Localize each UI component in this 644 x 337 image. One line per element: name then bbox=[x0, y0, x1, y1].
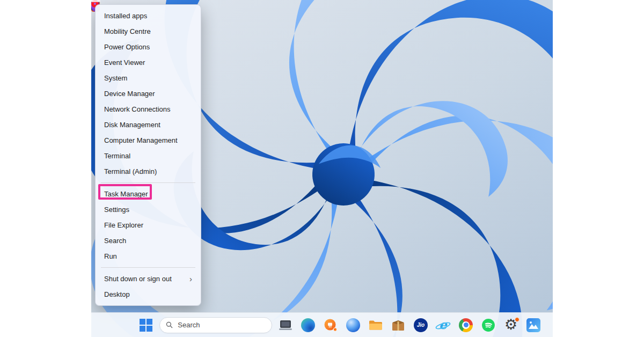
menu-item-task-manager[interactable]: Task Manager bbox=[96, 186, 201, 202]
notification-badge bbox=[515, 317, 519, 322]
menu-item-label: Computer Management bbox=[104, 136, 178, 144]
menu-item-event-viewer[interactable]: Event Viewer bbox=[96, 55, 201, 70]
menu-item-search[interactable]: Search bbox=[96, 233, 201, 248]
internet-explorer-icon: e bbox=[436, 318, 450, 332]
menu-item-label: Shut down or sign out bbox=[104, 275, 172, 283]
menu-item-mobility-centre[interactable]: Mobility Centre bbox=[96, 24, 201, 39]
taskbar-icon-settings[interactable]: ⚙ bbox=[502, 316, 520, 334]
menu-item-file-explorer[interactable]: File Explorer bbox=[96, 217, 201, 233]
menu-item-label: Terminal bbox=[104, 152, 130, 160]
taskbar: Jio e ⚙ bbox=[91, 312, 553, 337]
menu-item-computer-management[interactable]: Computer Management bbox=[96, 133, 201, 148]
menu-item-power-options[interactable]: Power Options bbox=[96, 39, 201, 55]
menu-item-desktop[interactable]: Desktop bbox=[96, 287, 201, 302]
taskbar-icon-jio[interactable]: Jio bbox=[412, 316, 430, 334]
taskbar-icon-spotify[interactable] bbox=[479, 316, 497, 334]
jio-icon: Jio bbox=[414, 318, 428, 332]
menu-item-device-manager[interactable]: Device Manager bbox=[96, 86, 201, 101]
menu-item-settings[interactable]: Settings bbox=[96, 202, 201, 217]
menu-item-terminal[interactable]: Terminal bbox=[96, 148, 201, 164]
taskbar-icon-blue-sphere[interactable] bbox=[344, 316, 362, 334]
taskbar-icon-internet-explorer[interactable]: e bbox=[434, 316, 452, 334]
menu-item-terminal-admin[interactable]: Terminal (Admin) bbox=[96, 164, 201, 179]
menu-item-label: Run bbox=[104, 252, 117, 260]
desktop[interactable]: Installed appsMobility CentrePower Optio… bbox=[91, 0, 553, 337]
edge-icon bbox=[301, 318, 315, 332]
menu-item-label: Installed apps bbox=[104, 12, 147, 20]
taskbar-icon-photos[interactable] bbox=[524, 316, 543, 334]
taskbar-center-group: Jio e ⚙ bbox=[91, 316, 553, 334]
menu-item-label: Desktop bbox=[104, 290, 130, 298]
menu-item-label: Disk Management bbox=[104, 121, 160, 129]
menu-item-label: Event Viewer bbox=[104, 58, 145, 67]
menu-item-installed-apps[interactable]: Installed apps bbox=[96, 8, 201, 24]
menu-item-label: Terminal (Admin) bbox=[104, 167, 157, 175]
taskbar-icon-app-window[interactable] bbox=[276, 316, 295, 334]
taskbar-icon-edge[interactable] bbox=[299, 316, 317, 334]
menu-item-label: Network Connections bbox=[104, 105, 171, 113]
taskbar-icon-file-explorer[interactable] bbox=[367, 316, 385, 334]
chrome-icon bbox=[459, 318, 473, 332]
jio-icon-text: Jio bbox=[417, 322, 425, 328]
start-button[interactable] bbox=[137, 316, 155, 334]
spotify-icon bbox=[481, 318, 495, 332]
menu-item-disk-management[interactable]: Disk Management bbox=[96, 117, 201, 133]
blue-sphere-icon bbox=[346, 318, 360, 332]
file-explorer-folder-icon bbox=[369, 319, 383, 331]
menu-item-run[interactable]: Run bbox=[96, 248, 201, 264]
taskbar-icon-chrome[interactable] bbox=[457, 316, 475, 334]
search-icon bbox=[166, 321, 173, 329]
package-box-icon bbox=[391, 319, 405, 332]
menu-item-system[interactable]: System bbox=[96, 70, 201, 86]
windows-logo-icon bbox=[140, 319, 152, 332]
menu-separator bbox=[101, 267, 195, 268]
menu-item-label: Power Options bbox=[104, 43, 150, 51]
search-input[interactable] bbox=[177, 320, 266, 329]
winx-menu-items: Installed appsMobility CentrePower Optio… bbox=[96, 8, 201, 302]
menu-item-label: Settings bbox=[104, 206, 129, 214]
winx-quick-link-menu: Installed appsMobility CentrePower Optio… bbox=[95, 4, 201, 306]
menu-item-label: System bbox=[104, 74, 127, 82]
taskbar-icon-orange-plug[interactable] bbox=[321, 316, 340, 334]
taskbar-icon-package-box[interactable] bbox=[389, 316, 407, 334]
orange-plug-icon bbox=[324, 318, 338, 332]
menu-item-shut-down-or-sign-out[interactable]: Shut down or sign out› bbox=[96, 271, 201, 287]
menu-item-network-connections[interactable]: Network Connections bbox=[96, 101, 201, 117]
chevron-right-icon: › bbox=[189, 275, 192, 283]
menu-item-label: File Explorer bbox=[104, 221, 143, 229]
menu-item-label: Search bbox=[104, 237, 126, 245]
photos-icon bbox=[526, 318, 540, 332]
menu-item-label: Device Manager bbox=[104, 90, 155, 98]
menu-item-label: Mobility Centre bbox=[104, 27, 151, 35]
app-window-icon bbox=[279, 319, 292, 331]
menu-separator bbox=[101, 182, 195, 183]
taskbar-search-box[interactable] bbox=[159, 317, 272, 333]
desktop-icon-label-fragment bbox=[91, 0, 99, 2]
menu-item-label: Task Manager bbox=[104, 190, 148, 198]
